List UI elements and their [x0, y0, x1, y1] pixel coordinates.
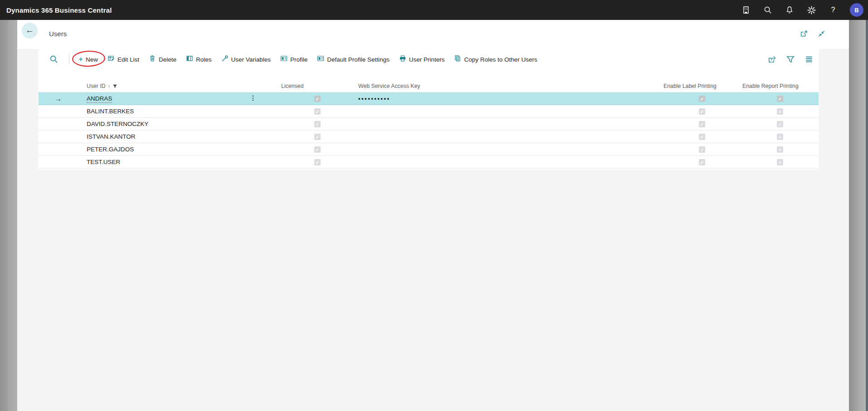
settings-gear-icon[interactable] [806, 5, 816, 15]
licensed-checkbox[interactable]: ✓ [314, 96, 321, 102]
search-icon[interactable] [763, 5, 773, 15]
enable-label-printing-checkbox[interactable]: ✓ [699, 121, 705, 127]
enable-label-printing-checkbox[interactable]: ✓ [699, 134, 705, 140]
enable-label-printing-checkbox[interactable]: ✓ [699, 96, 705, 102]
profile-button[interactable]: Profile [280, 55, 307, 64]
topbar-icons: ? B [741, 0, 863, 20]
table-row[interactable]: → BALINT.BERKES ⋮ ✓ ✓ ✓ [39, 105, 819, 118]
column-header-licensed[interactable]: Licensed [281, 83, 303, 89]
open-in-new-window-icon[interactable] [800, 30, 808, 39]
column-header-user-id[interactable]: User ID ↑ [87, 83, 117, 89]
copy-icon [454, 55, 461, 64]
enable-report-printing-checkbox[interactable]: ✓ [777, 159, 783, 165]
collapse-icon[interactable] [818, 30, 825, 39]
enable-label-printing-checkbox[interactable]: ✓ [699, 159, 705, 165]
selected-row-arrow-icon: → [55, 95, 62, 102]
wrench-icon [221, 55, 229, 64]
enable-report-printing-checkbox[interactable]: ✓ [777, 146, 783, 153]
copy-roles-button[interactable]: Copy Roles to Other Users [454, 55, 537, 64]
enable-label-printing-checkbox[interactable]: ✓ [699, 146, 705, 153]
search-icon[interactable] [49, 55, 58, 65]
enable-report-printing-checkbox[interactable]: ✓ [777, 121, 783, 127]
column-header-enable-report-printing[interactable]: Enable Report Printing [742, 83, 799, 89]
web-service-access-key-cell[interactable]: •••••••••• [358, 95, 390, 102]
backdrop-left [0, 20, 17, 411]
list-panel: + New Edit List [39, 49, 819, 169]
plus-icon: + [78, 55, 83, 63]
cell-context-menu-icon[interactable]: ⋮ [250, 94, 256, 102]
user-id-cell[interactable]: DAVID.STERNOCZKY [87, 121, 148, 127]
filter-icon[interactable] [786, 55, 795, 63]
column-header-web-service-access-key[interactable]: Web Service Access Key [358, 83, 420, 89]
toolbar-actions: + New Edit List [78, 51, 537, 68]
table-header: User ID ↑ Licensed Web Service Access Ke… [39, 81, 819, 92]
toolbar-divider [69, 53, 69, 65]
user-variables-button[interactable]: User Variables [221, 55, 271, 64]
action-bar: + New Edit List [39, 51, 819, 68]
list-view-icon[interactable] [805, 55, 813, 63]
users-page: ← Users [17, 20, 849, 411]
table-body: → ANDRAS ⋮ ✓ •••••••••• ✓ ✓ → BALINT.BER… [39, 92, 819, 169]
enable-report-printing-checkbox[interactable]: ✓ [777, 96, 783, 102]
topbar: Dynamics 365 Business Central [0, 0, 868, 20]
enable-label-printing-checkbox[interactable]: ✓ [699, 108, 705, 115]
toolbar-right-icons [768, 51, 813, 68]
licensed-checkbox[interactable]: ✓ [314, 134, 321, 140]
screen: Dynamics 365 Business Central [0, 0, 868, 411]
window-icons [800, 30, 825, 39]
user-id-cell[interactable]: PETER.GAJDOS [87, 146, 134, 153]
sort-ascending-icon: ↑ [108, 83, 111, 89]
back-arrow-icon: ← [25, 26, 34, 34]
user-printers-button[interactable]: User Printers [399, 55, 445, 64]
page-header: ← Users [17, 20, 849, 49]
printer-icon [399, 55, 406, 64]
profile-card-icon [280, 55, 288, 64]
trash-icon [149, 55, 156, 64]
table-row[interactable]: → ANDRAS ⋮ ✓ •••••••••• ✓ ✓ [39, 92, 819, 105]
enable-report-printing-checkbox[interactable]: ✓ [777, 134, 783, 140]
environment-icon[interactable] [741, 5, 751, 15]
avatar[interactable]: B [850, 3, 863, 17]
licensed-checkbox[interactable]: ✓ [314, 108, 321, 115]
licensed-checkbox[interactable]: ✓ [314, 121, 321, 127]
table-row[interactable]: → ISTVAN.KANTOR ⋮ ✓ ✓ ✓ [39, 131, 819, 143]
back-button[interactable]: ← [22, 23, 38, 39]
columns-icon [186, 55, 193, 64]
table-row[interactable]: → DAVID.STERNOCZKY ⋮ ✓ ✓ ✓ [39, 118, 819, 131]
licensed-checkbox[interactable]: ✓ [314, 146, 321, 153]
table-row[interactable]: → PETER.GAJDOS ⋮ ✓ ✓ ✓ [39, 143, 819, 156]
help-icon[interactable]: ? [828, 5, 838, 15]
page-title: Users [49, 30, 67, 38]
roles-button[interactable]: Roles [186, 55, 212, 64]
user-id-cell[interactable]: ANDRAS [87, 95, 112, 103]
share-icon[interactable] [768, 55, 776, 63]
app-title: Dynamics 365 Business Central [6, 6, 112, 14]
column-header-enable-label-printing[interactable]: Enable Label Printing [663, 83, 717, 89]
new-button[interactable]: + New [78, 56, 98, 63]
licensed-checkbox[interactable]: ✓ [314, 159, 321, 165]
column-filter-icon [112, 84, 117, 89]
profile-card-icon [317, 55, 324, 64]
backdrop-right [849, 20, 868, 411]
user-id-cell[interactable]: BALINT.BERKES [87, 108, 134, 115]
enable-report-printing-checkbox[interactable]: ✓ [777, 108, 783, 115]
user-id-cell[interactable]: ISTVAN.KANTOR [87, 133, 136, 140]
edit-list-icon [107, 55, 115, 64]
edit-list-button[interactable]: Edit List [107, 55, 139, 64]
notifications-bell-icon[interactable] [785, 5, 795, 15]
delete-button[interactable]: Delete [149, 55, 176, 64]
default-profile-settings-button[interactable]: Default Profile Settings [317, 55, 389, 64]
user-id-cell[interactable]: TEST.USER [87, 159, 120, 165]
table-row[interactable]: → TEST.USER ⋮ ✓ ✓ ✓ [39, 156, 819, 169]
